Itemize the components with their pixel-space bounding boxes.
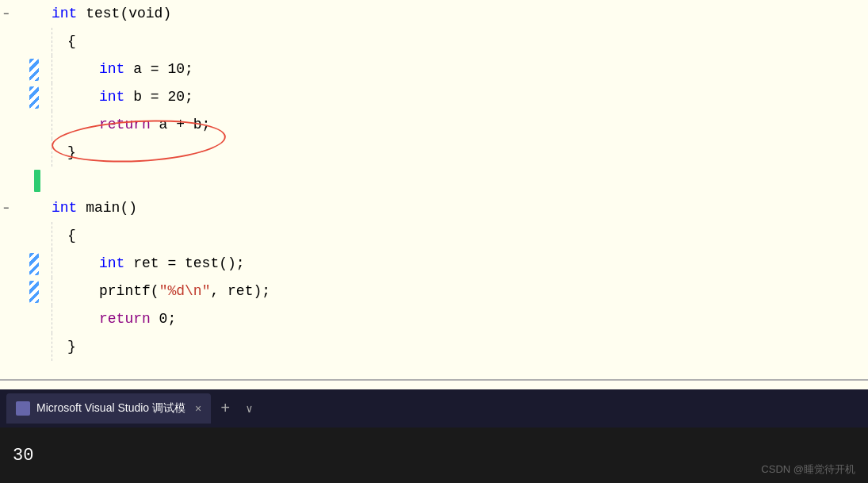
gutter-line-9 bbox=[0, 222, 44, 250]
editor-divider bbox=[0, 379, 868, 381]
code-line-13: } bbox=[52, 333, 860, 361]
code-text-5: a + b; bbox=[151, 111, 211, 139]
code-text-3: a = 10; bbox=[124, 56, 193, 83]
gutter-line-1: − bbox=[0, 0, 44, 28]
code-line-9: { bbox=[52, 222, 860, 250]
keyword-return-12: return bbox=[99, 305, 151, 333]
code-line-6: } bbox=[52, 139, 860, 167]
tab-vs-debug[interactable]: Microsoft Visual Studio 调试模 × bbox=[6, 393, 211, 424]
collapse-icon-1[interactable]: − bbox=[3, 9, 9, 20]
tab-dropdown-button[interactable]: ∨ bbox=[239, 402, 258, 416]
keyword-int-1: int bbox=[52, 0, 77, 28]
indent-guide-4 bbox=[52, 83, 52, 111]
code-line-7 bbox=[52, 167, 860, 194]
tab-close-button[interactable]: × bbox=[195, 402, 201, 415]
code-text-4: b = 20; bbox=[124, 83, 193, 111]
keyword-int-4: int bbox=[99, 83, 124, 111]
gutter-line-4 bbox=[0, 83, 44, 111]
taskbar: Microsoft Visual Studio 调试模 × + ∨ bbox=[0, 389, 868, 427]
console-output-value: 30 bbox=[13, 446, 33, 466]
gutter-line-7 bbox=[0, 167, 44, 194]
gutter-line-2 bbox=[0, 28, 44, 56]
code-text-8: main() bbox=[77, 194, 137, 222]
indent-guide-13 bbox=[52, 333, 52, 361]
gutter-line-3 bbox=[0, 56, 44, 83]
code-text-11b: , ret); bbox=[210, 278, 270, 305]
indent-guide-6 bbox=[52, 139, 52, 167]
watermark-text: CSDN @睡觉待开机 bbox=[761, 462, 855, 477]
indent-guide-5 bbox=[52, 111, 52, 139]
indent-guide-9 bbox=[52, 222, 52, 250]
indent-guide-2 bbox=[52, 28, 52, 56]
tab-add-button[interactable]: + bbox=[214, 400, 236, 418]
code-line-5: return a + b; bbox=[52, 111, 860, 139]
breakpoint-10 bbox=[29, 253, 39, 275]
console-area: 30 CSDN @睡觉待开机 bbox=[0, 427, 868, 483]
gutter-line-11 bbox=[0, 278, 44, 305]
code-line-3: int a = 10; bbox=[52, 56, 860, 83]
breakpoint-4 bbox=[29, 86, 39, 109]
code-text-11a: ( bbox=[151, 278, 159, 305]
code-line-12: return 0; bbox=[52, 305, 860, 333]
code-text-6: } bbox=[67, 139, 76, 167]
code-lines: int test(void) { int a = 10; int b = 20;… bbox=[44, 0, 868, 381]
func-printf: printf bbox=[99, 278, 151, 305]
code-line-2: { bbox=[52, 28, 860, 56]
indent-guide-11 bbox=[52, 278, 52, 305]
code-line-8: int main() bbox=[52, 194, 860, 222]
keyword-int-3: int bbox=[99, 56, 124, 83]
code-line-1: int test(void) bbox=[52, 0, 860, 28]
code-text-9: { bbox=[67, 222, 76, 250]
editor-gutter: − − bbox=[0, 0, 44, 381]
code-line-11: printf("%d\n", ret); bbox=[52, 278, 860, 305]
keyword-int-10: int bbox=[99, 250, 124, 278]
indent-guide-12 bbox=[52, 305, 52, 333]
code-text-1: test(void) bbox=[77, 0, 171, 28]
tab-label: Microsoft Visual Studio 调试模 bbox=[36, 401, 185, 416]
indent-guide-3 bbox=[52, 56, 52, 83]
code-text-12: 0; bbox=[151, 305, 176, 333]
string-format: "%d\n" bbox=[159, 278, 211, 305]
collapse-icon-8[interactable]: − bbox=[3, 203, 9, 214]
gutter-line-8: − bbox=[0, 194, 44, 222]
gutter-line-13 bbox=[0, 333, 44, 361]
code-text-2: { bbox=[67, 28, 76, 56]
indent-guide-10 bbox=[52, 250, 52, 278]
tab-vs-icon bbox=[16, 401, 30, 416]
keyword-return-5: return bbox=[99, 111, 151, 139]
gutter-line-6 bbox=[0, 139, 44, 167]
breakpoint-3 bbox=[29, 59, 39, 81]
gutter-line-12 bbox=[0, 305, 44, 333]
breakpoint-11 bbox=[29, 281, 39, 303]
code-text-13: } bbox=[67, 333, 76, 361]
green-bar bbox=[34, 170, 40, 192]
keyword-int-8: int bbox=[52, 194, 77, 222]
code-line-4: int b = 20; bbox=[52, 83, 860, 111]
gutter-line-5 bbox=[0, 111, 44, 139]
code-editor: − − bbox=[0, 0, 868, 381]
code-text-10: ret = test(); bbox=[124, 250, 244, 278]
gutter-line-10 bbox=[0, 250, 44, 278]
code-line-10: int ret = test(); bbox=[52, 250, 860, 278]
